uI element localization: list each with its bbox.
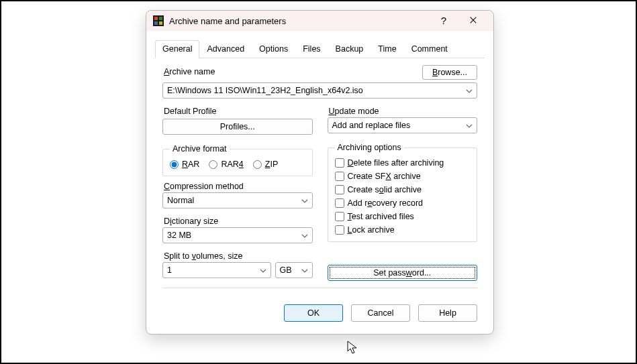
tab-general[interactable]: General <box>155 40 199 58</box>
format-radio-input[interactable] <box>253 160 262 169</box>
format-radio-0[interactable]: RAR <box>170 160 199 169</box>
chevron-down-icon <box>301 197 308 204</box>
archive-format-legend: Archive format <box>170 144 230 154</box>
update-mode-combo[interactable]: Add and replace files <box>328 117 478 133</box>
compression-label: Compression method <box>164 182 313 191</box>
option-check-0[interactable]: Delete files after archiving <box>335 158 471 168</box>
dictionary-label: Dictionary size <box>164 217 313 226</box>
dictionary-combo[interactable]: 32 MB <box>162 227 313 243</box>
profiles-button[interactable]: Profiles... <box>162 119 313 135</box>
archive-name-value: E:\Windows 11 ISO\Win11_23H2_English_x64… <box>167 86 363 95</box>
format-radio-input[interactable] <box>209 160 217 169</box>
ok-button[interactable]: OK <box>284 304 343 322</box>
help-icon[interactable]: ? <box>429 11 458 31</box>
option-checkbox[interactable] <box>335 158 344 168</box>
format-radio-1[interactable]: RAR4 <box>209 160 243 169</box>
cursor-icon <box>347 341 359 357</box>
close-icon[interactable] <box>458 11 488 31</box>
cancel-button[interactable]: Cancel <box>351 304 410 322</box>
split-unit-combo[interactable]: GB <box>275 262 313 278</box>
tab-panel-general: Archive name Browse... E:\Windows 11 ISO… <box>146 58 493 304</box>
tab-backup[interactable]: Backup <box>328 40 371 58</box>
option-check-4[interactable]: Test archived files <box>335 212 471 221</box>
dialog-footer: OK Cancel Help <box>146 304 493 334</box>
option-check-5[interactable]: Lock archive <box>335 225 471 235</box>
help-button[interactable]: Help <box>418 304 477 322</box>
archive-name-combo[interactable]: E:\Windows 11 ISO\Win11_23H2_English_x64… <box>162 82 477 99</box>
right-column: Update mode Add and replace files Archiv… <box>328 107 478 281</box>
chevron-down-icon <box>466 87 473 95</box>
winrar-icon <box>153 15 164 26</box>
format-radio-input[interactable] <box>170 160 179 169</box>
format-radio-2[interactable]: ZIP <box>253 160 278 169</box>
tab-time[interactable]: Time <box>371 40 403 58</box>
svg-rect-1 <box>154 17 158 20</box>
chevron-down-icon <box>301 267 308 274</box>
default-profile-label: Default Profile <box>164 107 313 116</box>
svg-rect-2 <box>159 17 162 20</box>
option-checkbox[interactable] <box>335 225 344 235</box>
option-check-1[interactable]: Create SFX archive <box>335 172 471 181</box>
archive-name-label: Archive name <box>164 67 215 76</box>
set-password-button[interactable]: Set password... <box>328 265 478 281</box>
option-check-3[interactable]: Add recovery record <box>335 198 471 208</box>
tab-options[interactable]: Options <box>252 40 295 58</box>
archive-dialog: Archive name and parameters ? GeneralAdv… <box>146 10 494 335</box>
archiving-options-group: Archiving options Delete files after arc… <box>328 143 478 242</box>
archive-format-group: Archive format RARRAR4ZIP <box>162 144 313 176</box>
tab-comment[interactable]: Comment <box>404 40 455 58</box>
option-check-2[interactable]: Create solid archive <box>335 185 471 194</box>
tab-advanced[interactable]: Advanced <box>199 40 252 58</box>
option-checkbox[interactable] <box>335 172 344 181</box>
svg-rect-3 <box>154 21 158 25</box>
option-checkbox[interactable] <box>335 185 344 194</box>
update-mode-label: Update mode <box>329 107 478 116</box>
svg-rect-4 <box>159 21 162 25</box>
left-column: Default Profile Profiles... Archive form… <box>162 107 313 281</box>
option-checkbox[interactable] <box>335 212 344 221</box>
separator <box>162 288 477 288</box>
split-label: Split to volumes, size <box>164 251 313 261</box>
option-checkbox[interactable] <box>335 198 344 208</box>
tab-files[interactable]: Files <box>295 40 328 58</box>
tabstrip: GeneralAdvancedOptionsFilesBackupTimeCom… <box>155 40 485 58</box>
chevron-down-icon <box>260 267 266 274</box>
titlebar: Archive name and parameters ? <box>146 11 493 31</box>
browse-button[interactable]: Browse... <box>422 65 477 80</box>
chevron-down-icon <box>301 232 308 239</box>
archiving-options-legend: Archiving options <box>335 143 404 152</box>
window-title: Archive name and parameters <box>169 16 429 26</box>
split-size-combo[interactable]: 1 <box>162 262 271 278</box>
chevron-down-icon <box>466 122 473 129</box>
compression-combo[interactable]: Normal <box>162 192 313 208</box>
